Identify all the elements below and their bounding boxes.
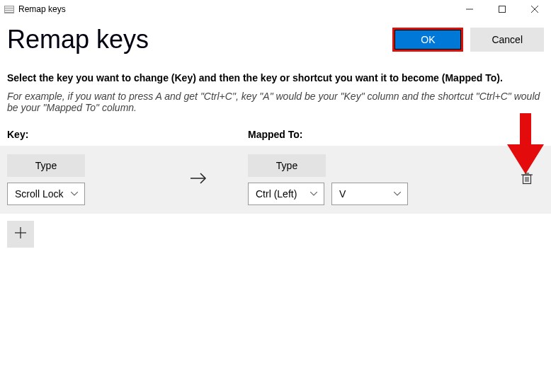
add-row-button[interactable] — [7, 221, 34, 248]
mapped-key-select[interactable]: V — [331, 183, 408, 205]
annotation-arrow-icon — [507, 113, 544, 174]
mapped-modifier-select[interactable]: Ctrl (Left) — [248, 183, 324, 205]
delete-row-button[interactable] — [521, 172, 533, 188]
titlebar: Remap keys — [0, 0, 551, 18]
close-button[interactable] — [518, 0, 551, 18]
app-icon — [4, 6, 14, 13]
minimize-button[interactable] — [453, 0, 486, 18]
ok-button[interactable]: OK — [392, 28, 463, 52]
mapped-modifier-value: Ctrl (Left) — [256, 188, 309, 200]
column-headers: Key: Mapped To: — [7, 126, 544, 146]
example-text: For example, if you want to press A and … — [7, 91, 544, 113]
instruction-text: Select the key you want to change (Key) … — [7, 72, 544, 83]
trash-icon — [521, 175, 533, 187]
key-type-button[interactable]: Type — [7, 154, 85, 177]
page-title: Remap keys — [7, 25, 392, 54]
plus-icon — [14, 226, 27, 242]
key-column-header: Key: — [7, 129, 248, 140]
mapped-column-header: Mapped To: — [248, 129, 544, 140]
cancel-button[interactable]: Cancel — [470, 28, 544, 52]
maximize-button[interactable] — [486, 0, 518, 18]
chevron-down-icon — [70, 192, 79, 196]
arrow-right-icon — [190, 172, 207, 188]
svg-rect-1 — [499, 6, 506, 13]
chevron-down-icon — [393, 192, 402, 196]
chevron-down-icon — [309, 192, 318, 196]
mapped-type-button[interactable]: Type — [248, 154, 326, 177]
key-select[interactable]: Scroll Lock — [7, 183, 85, 205]
mapped-key-value: V — [339, 188, 393, 200]
key-select-value: Scroll Lock — [15, 188, 70, 200]
header: Remap keys OK Cancel — [0, 18, 551, 54]
window-title: Remap keys — [18, 4, 66, 14]
remap-row: Type Scroll Lock Type Ctrl (Left) — [0, 146, 551, 214]
